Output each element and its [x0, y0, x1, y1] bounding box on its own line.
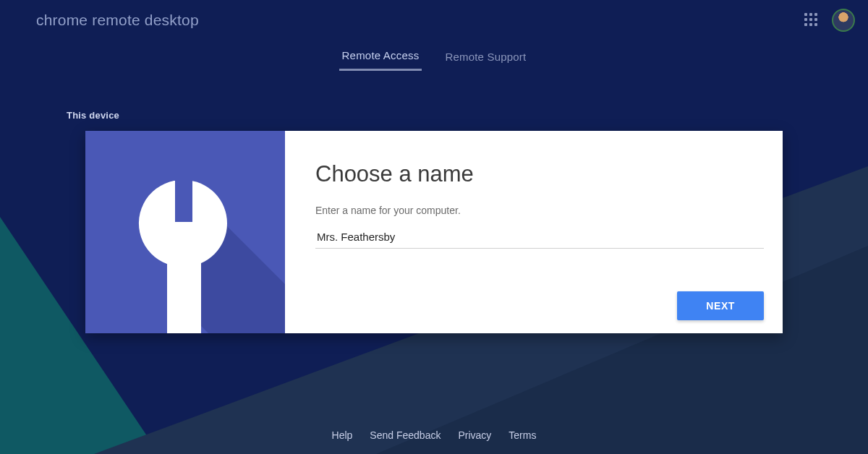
- footer-feedback[interactable]: Send Feedback: [370, 429, 441, 441]
- app-title: chrome remote desktop: [36, 12, 199, 29]
- computer-name-input[interactable]: [315, 226, 764, 249]
- header: chrome remote desktop: [0, 0, 868, 40]
- card-actions: NEXT: [315, 278, 764, 320]
- footer-help[interactable]: Help: [332, 429, 353, 441]
- footer-privacy[interactable]: Privacy: [458, 429, 491, 441]
- svg-rect-7: [167, 254, 200, 333]
- tabs: Remote Access Remote Support: [0, 40, 868, 72]
- card-body: Choose a name Enter a name for your comp…: [285, 131, 783, 333]
- account-avatar[interactable]: [832, 9, 855, 32]
- footer-terms[interactable]: Terms: [509, 429, 536, 441]
- footer-links: Help Send Feedback Privacy Terms: [0, 429, 868, 441]
- section-label-this-device: This device: [67, 110, 868, 121]
- next-button[interactable]: NEXT: [677, 291, 764, 320]
- card-description: Enter a name for your computer.: [315, 205, 764, 216]
- apps-grid-icon[interactable]: [804, 13, 819, 27]
- card-title: Choose a name: [315, 161, 764, 187]
- tab-remote-access[interactable]: Remote Access: [339, 42, 422, 71]
- svg-rect-8: [175, 179, 192, 222]
- setup-card: Choose a name Enter a name for your comp…: [85, 131, 783, 333]
- tab-remote-support[interactable]: Remote Support: [442, 43, 529, 70]
- card-illustration: [85, 131, 285, 333]
